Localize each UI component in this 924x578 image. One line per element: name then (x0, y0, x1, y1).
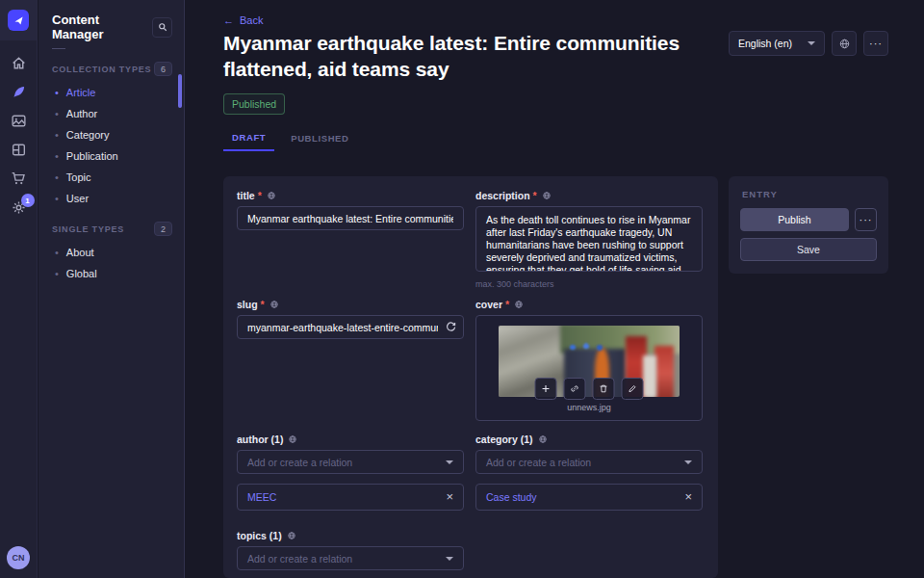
cover-field: unnews.jpg (475, 315, 703, 421)
topics-relation-combobox[interactable]: Add or create a relation (237, 546, 464, 570)
nav-content-type-builder[interactable] (11, 142, 27, 158)
locale-field-icon (288, 434, 297, 444)
publish-button[interactable]: Publish (740, 208, 849, 231)
single-types-list: About Global (38, 242, 184, 284)
description-hint: max. 300 characters (475, 279, 703, 289)
category-relation-item: Case study × (475, 484, 703, 511)
content-manager-sidebar: Content Manager COLLECTION TYPES 6 Artic… (38, 0, 185, 578)
scrollbar-thumb[interactable] (178, 74, 182, 108)
locale-field-icon (267, 191, 276, 200)
chevron-down-icon (808, 41, 815, 45)
sidebar-item-category[interactable]: Category (38, 124, 184, 145)
locale-select[interactable]: English (en) (729, 31, 825, 56)
tab-published[interactable]: PUBLISHED (282, 126, 357, 151)
pen-icon (11, 84, 27, 100)
category-field-label: category (1) (475, 434, 533, 445)
description-textarea[interactable]: As the death toll continues to rise in M… (475, 206, 703, 272)
page-title: Myanmar earthquake latest: Entire commun… (223, 30, 767, 82)
single-types-count-badge: 2 (154, 222, 172, 236)
slug-input[interactable] (237, 315, 464, 339)
locale-field-icon (538, 434, 548, 444)
required-asterisk: * (258, 190, 262, 201)
topics-combobox-placeholder: Add or create a relation (247, 553, 352, 565)
nav-home[interactable] (11, 55, 27, 71)
header-more-button[interactable]: ··· (863, 31, 888, 56)
locale-select-value: English (en) (738, 38, 792, 49)
sidebar-item-about[interactable]: About (38, 242, 184, 263)
cover-image-region (643, 355, 655, 397)
cart-icon (11, 171, 27, 187)
author-field-label: author (1) (237, 434, 283, 445)
back-link[interactable]: ← Back (223, 14, 263, 26)
user-avatar[interactable]: CN (7, 546, 30, 569)
layout-icon (11, 142, 27, 158)
edit-form-panel: title* description* As the death toll co… (223, 176, 718, 578)
main-content: ← Back Myanmar earthquake latest: Entire… (185, 0, 924, 578)
nav-media-library[interactable] (11, 113, 27, 129)
image-icon (11, 113, 27, 129)
nav-content-manager[interactable] (11, 84, 27, 100)
back-label: Back (240, 14, 263, 26)
nav-settings[interactable]: 1 (11, 199, 27, 216)
topics-field-label: topics (1) (237, 530, 282, 541)
sidebar-item-author[interactable]: Author (38, 103, 184, 124)
strapi-logo[interactable] (8, 10, 29, 31)
trash-icon (599, 383, 609, 394)
author-combobox-placeholder: Add or create a relation (247, 457, 352, 468)
author-relation-link[interactable]: MEEC (247, 491, 276, 503)
required-asterisk: * (505, 299, 509, 310)
regenerate-slug-button[interactable] (445, 321, 457, 333)
category-relation-combobox[interactable]: Add or create a relation (475, 450, 703, 474)
chevron-down-icon (446, 460, 453, 464)
entry-panel-title: ENTRY (729, 176, 888, 199)
pencil-icon (628, 383, 638, 394)
remove-category-relation-button[interactable]: × (684, 492, 692, 502)
cover-field-label: cover (475, 299, 502, 310)
add-media-button[interactable] (535, 378, 557, 400)
sidebar-title: Content Manager (52, 13, 152, 41)
nav-marketplace[interactable] (11, 171, 27, 187)
entry-panel: ENTRY Publish ··· Save (729, 176, 888, 274)
required-asterisk: * (533, 190, 537, 201)
topics-field-group: topics (1) Add or create a relation (237, 530, 464, 570)
search-button[interactable] (152, 17, 172, 38)
more-icon: ··· (860, 218, 873, 222)
slug-field-label: slug (237, 299, 258, 310)
chevron-down-icon (684, 460, 692, 464)
cover-image-region (567, 343, 604, 352)
home-icon (11, 55, 27, 71)
description-field-label: description (475, 190, 530, 201)
copy-link-button[interactable] (564, 378, 586, 400)
locale-field-icon (514, 300, 524, 309)
globe-icon (838, 38, 851, 50)
link-icon (570, 383, 580, 394)
remove-author-relation-button[interactable]: × (446, 492, 453, 502)
author-relation-combobox[interactable]: Add or create a relation (237, 450, 464, 474)
edit-media-button[interactable] (622, 378, 644, 400)
send-icon (13, 14, 25, 27)
locale-field-icon (287, 531, 296, 540)
required-asterisk: * (261, 299, 265, 310)
globe-button[interactable] (832, 31, 857, 56)
sidebar-item-article[interactable]: Article (38, 82, 184, 103)
category-relation-link[interactable]: Case study (486, 491, 537, 503)
chevron-down-icon (446, 557, 453, 561)
sidebar-item-global[interactable]: Global (38, 263, 184, 284)
sidebar-item-topic[interactable]: Topic (38, 167, 184, 188)
locale-field-icon (270, 300, 279, 309)
category-combobox-placeholder: Add or create a relation (486, 457, 591, 468)
category-field-group: category (1) Add or create a relation Ca… (475, 434, 703, 511)
cover-field-group: cover* (475, 299, 703, 421)
tab-list: DRAFT PUBLISHED (223, 126, 358, 151)
collection-types-list: Article Author Category Publication Topi… (38, 82, 184, 209)
entry-more-button[interactable]: ··· (855, 208, 877, 231)
back-arrow-icon: ← (223, 14, 234, 26)
sidebar-item-user[interactable]: User (38, 188, 184, 209)
delete-media-button[interactable] (593, 378, 615, 400)
cover-image-region (654, 346, 675, 397)
more-icon: ··· (869, 41, 883, 45)
save-button[interactable]: Save (740, 238, 877, 261)
sidebar-item-publication[interactable]: Publication (38, 145, 184, 167)
tab-draft[interactable]: DRAFT (223, 126, 274, 151)
title-input[interactable] (237, 206, 464, 230)
